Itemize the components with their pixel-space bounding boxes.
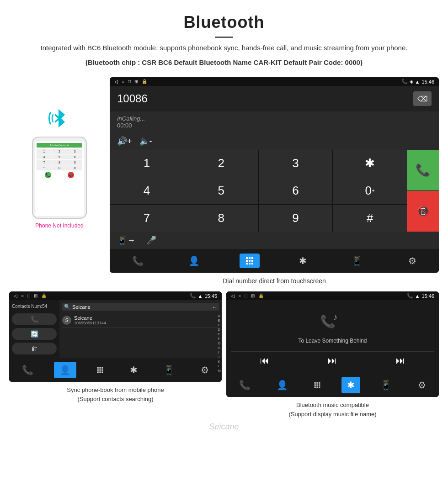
screenshot-icon: ⊞ — [134, 79, 138, 84]
music-nav-icons: ◁ ○ □ ⊞ 🔒 — [231, 293, 264, 298]
music-playback-controls: ⏮ ⏭ ⏭ — [231, 351, 434, 370]
phone-key-5: 5 — [52, 154, 67, 159]
ct-toolbar-phone-btn[interactable]: 📱 — [158, 362, 180, 378]
play-pause-button[interactable]: ⏭ — [328, 355, 337, 366]
mu-toolbar-phone-btn[interactable]: 📱 — [375, 377, 397, 393]
delete-action-button[interactable]: 🗑 — [12, 343, 57, 354]
calling-info: InCalling... 00:00 — [110, 111, 439, 132]
mic-button[interactable]: 🎤 — [146, 235, 156, 245]
phone-call-btn: 📞 — [45, 172, 51, 178]
key-7[interactable]: 7 — [110, 205, 184, 232]
phone-key-9: 9 — [67, 160, 82, 165]
contacts-num-label: Contacts Num:54 — [12, 304, 57, 309]
contacts-home-icon: ○ — [21, 293, 24, 298]
page-header: Bluetooth Integrated with BC6 Bluetooth … — [0, 0, 448, 73]
toolbar-phone-btn[interactable]: 📱 — [346, 253, 368, 269]
seicane-watermark: Seicane — [0, 418, 448, 435]
contacts-phone-icon: 📞 — [190, 293, 196, 299]
back-icon: ◁ — [114, 79, 118, 84]
music-screenshot-icon: ⊞ — [251, 293, 255, 298]
svg-rect-3 — [251, 257, 253, 259]
mu-toolbar-contacts-btn[interactable]: 👤 — [271, 377, 293, 393]
key-8[interactable]: 8 — [184, 205, 258, 232]
svg-rect-16 — [97, 371, 99, 373]
bottom-screens: ◁ ○ □ ⊞ 🔒 📞 ▲ 15:45 Contacts Num:54 📞 — [0, 291, 448, 418]
toolbar-call-btn[interactable]: 📞 — [127, 253, 149, 269]
bluetooth-chip-info: (Bluetooth chip : CSR BC6 Default Blueto… — [9, 57, 439, 68]
svg-marker-0 — [55, 109, 65, 127]
ct-toolbar-contacts-btn[interactable]: 👤 — [54, 362, 76, 378]
next-track-button[interactable]: ⏭ — [396, 355, 405, 366]
contacts-status-bar: ◁ ○ □ ⊞ 🔒 📞 ▲ 15:45 — [9, 291, 222, 300]
ct-toolbar-dialpad-btn[interactable] — [91, 364, 109, 376]
mu-toolbar-bluetooth-btn[interactable]: ✱ — [341, 377, 360, 393]
dial-screen-caption: Dial number direct from touchscreen — [110, 277, 439, 289]
contacts-bottom-toolbar: 📞 👤 ✱ 📱 — [9, 358, 222, 382]
contact-list-item[interactable]: S Seicane 10655059113144 — [62, 313, 219, 328]
ct-toolbar-settings-btn[interactable]: ⚙ — [195, 362, 214, 378]
contacts-screen: ◁ ○ □ ⊞ 🔒 📞 ▲ 15:45 Contacts Num:54 📞 — [9, 291, 222, 382]
dial-status-bar: ◁ ○ □ ⊞ 🔒 📞 ◈ ▲ 15:46 — [110, 77, 439, 86]
key-6[interactable]: 6 — [259, 177, 333, 204]
phone-dialpad: 1 2 3 4 5 6 7 8 9 * 0 # — [37, 149, 82, 170]
svg-rect-10 — [97, 367, 99, 369]
ct-toolbar-call-btn[interactable]: 📞 — [16, 362, 39, 378]
contacts-screen-wrapper: ◁ ○ □ ⊞ 🔒 📞 ▲ 15:45 Contacts Num:54 📞 — [9, 291, 222, 418]
svg-rect-28 — [317, 386, 318, 388]
music-body: 📞 ♪ To Leave Something Behind ⏮ ⏭ ⏭ — [226, 300, 439, 373]
header-divider — [215, 37, 233, 38]
music-caption: Bluetooth music compatible (Support disp… — [226, 401, 439, 418]
mu-toolbar-settings-btn[interactable]: ⚙ — [412, 377, 432, 393]
key-2[interactable]: 2 — [184, 150, 258, 177]
svg-rect-24 — [315, 384, 316, 386]
contact-name: Seicane — [74, 315, 219, 321]
previous-track-button[interactable]: ⏮ — [260, 355, 269, 366]
svg-rect-29 — [319, 386, 320, 388]
toolbar-settings-btn[interactable]: ⚙ — [403, 253, 422, 269]
key-3[interactable]: 3 — [259, 150, 333, 177]
phone-bottom-bar: 📞 📵 — [37, 172, 82, 178]
call-action-button[interactable]: 📞 — [12, 313, 57, 325]
contact-search-row[interactable]: 🔍 Seicane ← — [62, 303, 219, 311]
extra-controls: 📱→ 🎤 — [110, 232, 439, 249]
music-back-icon: ◁ — [231, 293, 235, 298]
music-home-icon: ○ — [238, 293, 241, 298]
toolbar-dialpad-btn[interactable] — [240, 254, 260, 268]
dial-bottom-toolbar: 📞 👤 ✱ 📱 — [110, 249, 439, 273]
key-9[interactable]: 9 — [259, 205, 333, 232]
transfer-call-button[interactable]: 📱→ — [117, 235, 135, 245]
music-screen: ◁ ○ □ ⊞ 🔒 📞 ▲ 15:46 📞 ♪ — [226, 291, 439, 397]
contacts-screenshot-icon: ⊞ — [34, 293, 37, 298]
music-icon-area: 📞 ♪ — [319, 309, 347, 332]
mu-toolbar-dialpad-btn[interactable] — [308, 379, 326, 391]
svg-rect-11 — [100, 367, 101, 369]
end-call-button[interactable]: 📵 — [407, 191, 439, 232]
key-5[interactable]: 5 — [184, 177, 258, 204]
call-timer: 00:00 — [117, 122, 432, 129]
svg-rect-17 — [100, 371, 101, 373]
volume-down-button[interactable]: 🔈- — [139, 136, 152, 146]
accept-call-button[interactable]: 📞 — [407, 150, 439, 190]
dial-screen: ◁ ○ □ ⊞ 🔒 📞 ◈ ▲ 15:46 10086 ⌫ — [110, 77, 439, 273]
toolbar-bluetooth-btn[interactable]: ✱ — [293, 253, 312, 269]
key-4[interactable]: 4 — [110, 177, 184, 204]
dial-number-display: 10086 — [117, 92, 148, 105]
key-hash[interactable]: # — [333, 205, 407, 232]
music-screen-wrapper: ◁ ○ □ ⊞ 🔒 📞 ▲ 15:46 📞 ♪ — [226, 291, 439, 418]
ct-toolbar-bluetooth-btn[interactable]: ✱ — [124, 362, 143, 378]
music-bottom-toolbar: 📞 👤 ✱ 📱 — [226, 373, 439, 397]
backspace-button[interactable]: ⌫ — [413, 91, 432, 106]
contacts-right-panel: 🔍 Seicane ← S Seicane 10655059113144 A — [59, 300, 222, 358]
search-value: Seicane — [72, 304, 91, 310]
key-1[interactable]: 1 — [110, 150, 184, 177]
backspace-search-icon: ← — [212, 304, 217, 310]
key-star[interactable]: ✱ — [333, 150, 407, 177]
mu-toolbar-call-btn[interactable]: 📞 — [234, 377, 256, 393]
phone-key-8: 8 — [52, 160, 67, 165]
toolbar-contacts-btn[interactable]: 👤 — [183, 253, 205, 269]
key-0plus[interactable]: 0+ — [333, 177, 407, 204]
sync-action-button[interactable]: 🔄 — [12, 328, 57, 340]
volume-up-button[interactable]: 🔊+ — [117, 136, 132, 146]
location-icon: ◈ — [410, 79, 413, 85]
svg-rect-26 — [319, 384, 320, 386]
